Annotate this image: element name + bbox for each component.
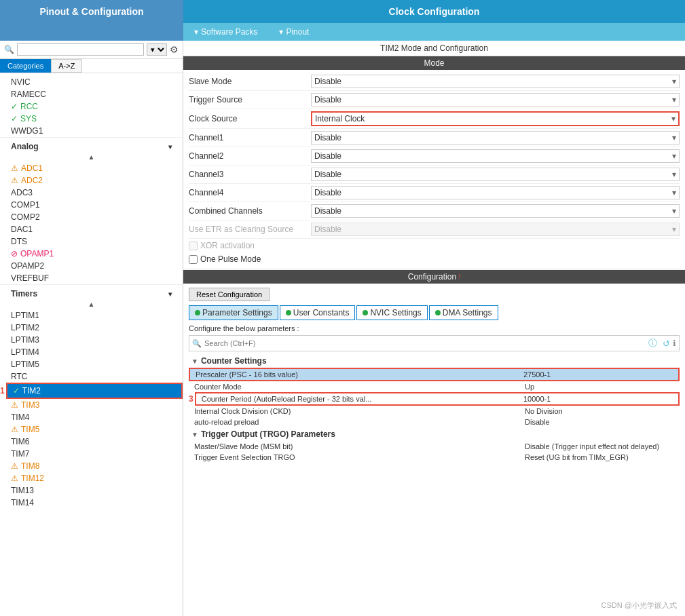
param-search-bar: 🔍 ⓘ ↺ ℹ — [189, 335, 680, 351]
etr-label: Use ETR as Clearing Source — [189, 225, 311, 234]
sidebar-item-tim8[interactable]: ⚠TIM8 — [0, 460, 183, 472]
param-row-counter-mode[interactable]: Counter Mode Up — [189, 381, 680, 392]
sidebar-tabs: Categories A->Z — [0, 59, 183, 73]
search-dropdown[interactable]: ▾ — [147, 43, 167, 56]
sidebar: 🔍 ▾ ⚙ Categories A->Z NVIC RAMECC ✓RCC ✓… — [0, 41, 183, 616]
sidebar-item-opamp1[interactable]: ⊘OPAMP1 — [0, 248, 183, 260]
sidebar-item-wwdg1[interactable]: WWDG1 — [0, 125, 183, 137]
search-icon: 🔍 — [192, 339, 202, 348]
config-tabs-row: Parameter Settings User Constants NVIC S… — [189, 305, 680, 320]
sidebar-item-tim6[interactable]: TIM6 — [0, 436, 183, 448]
counter-settings-header[interactable]: ▼ Counter Settings — [189, 354, 680, 368]
sidebar-item-rtc[interactable]: RTC — [0, 370, 183, 383]
sidebar-item-ramecc[interactable]: RAMECC — [0, 88, 183, 100]
sidebar-item-lptim3[interactable]: LPTIM3 — [0, 334, 183, 346]
pinout-config-title: Pinout & Configuration — [0, 0, 183, 23]
trigger-source-select[interactable]: Disable ▾ — [311, 93, 680, 107]
param-row-prescaler[interactable]: Prescaler (PSC - 16 bits value) 27500-1 — [189, 368, 680, 381]
reset-search-icon[interactable]: ↺ — [663, 339, 670, 349]
param-search-input[interactable] — [204, 339, 646, 347]
xor-checkbox[interactable] — [189, 242, 198, 250]
sidebar-item-vrefbuf[interactable]: VREFBUF — [0, 272, 183, 284]
reset-config-button[interactable]: Reset Configuration — [189, 288, 270, 301]
software-packs-btn[interactable]: ▾ Software Packs — [183, 23, 268, 41]
sidebar-item-tim14[interactable]: TIM14 — [0, 497, 183, 509]
trigger-output-header[interactable]: ▼ Trigger Output (TRGO) Parameters — [189, 427, 680, 441]
param-row-msm[interactable]: Master/Slave Mode (MSM bit) Disable (Tri… — [189, 441, 680, 452]
sidebar-item-tim5[interactable]: ⚠TIM5 — [0, 423, 183, 436]
sidebar-item-adc1[interactable]: ⚠ADC1 — [0, 162, 183, 174]
clock-source-select[interactable]: Internal Clock ▾ — [311, 111, 680, 126]
chevron-down-icon: ▾ — [672, 206, 676, 216]
param-row-counter-period[interactable]: Counter Period (AutoReload Register - 32… — [195, 392, 680, 406]
sidebar-item-tim2[interactable]: ✓ TIM2 — [6, 383, 183, 399]
sidebar-item-opamp2[interactable]: OPAMP2 — [0, 260, 183, 272]
sidebar-item-tim3[interactable]: ⚠TIM3 — [0, 399, 183, 411]
tab-az[interactable]: A->Z — [51, 59, 82, 73]
sidebar-item-comp1[interactable]: COMP1 — [0, 199, 183, 211]
mode-row-ch4: Channel4 Disable ▾ — [189, 184, 680, 202]
search-icon: 🔍 — [4, 45, 14, 54]
params-hint: Configure the below parameters : — [189, 324, 680, 332]
sidebar-item-comp2[interactable]: COMP2 — [0, 211, 183, 223]
sidebar-item-adc2[interactable]: ⚠ADC2 — [0, 174, 183, 187]
mode-row-clock: 2 Clock Source Internal Clock ▾ — [189, 109, 680, 129]
scroll-up-icon[interactable]: ▲ — [88, 154, 95, 161]
one-pulse-checkbox[interactable] — [189, 255, 198, 264]
param-row-ckd[interactable]: Internal Clock Division (CKD) No Divisio… — [189, 406, 680, 417]
slave-mode-select[interactable]: Disable ▾ — [311, 75, 680, 88]
scroll-up-icon[interactable]: ▲ — [88, 301, 95, 308]
combined-channels-select[interactable]: Disable ▾ — [311, 204, 680, 218]
param-row-autoreload[interactable]: auto-reload preload Disable — [189, 417, 680, 427]
sidebar-item-adc3[interactable]: ADC3 — [0, 187, 183, 199]
sidebar-item-dts[interactable]: DTS — [0, 235, 183, 248]
timers-section-header[interactable]: Timers ▾ — [0, 284, 183, 300]
channel4-select[interactable]: Disable ▾ — [311, 186, 680, 199]
param-row-trgo[interactable]: Trigger Event Selection TRGO Reset (UG b… — [189, 452, 680, 463]
info-icon[interactable]: ℹ — [673, 339, 676, 348]
gear-icon[interactable]: ⚙ — [170, 44, 179, 55]
mode-row-trigger: Trigger Source Disable ▾ — [189, 91, 680, 109]
channel1-select[interactable]: Disable ▾ — [311, 131, 680, 145]
number-3-badge: 3 — [189, 394, 193, 404]
dot-icon — [286, 310, 291, 315]
triangle-down-icon: ▼ — [191, 358, 198, 365]
analog-section-header[interactable]: Analog ▾ — [0, 137, 183, 153]
tab-user-constants[interactable]: User Constants — [280, 305, 356, 320]
sidebar-item-dac1[interactable]: DAC1 — [0, 223, 183, 235]
mode-row-ch2: Channel2 Disable ▾ — [189, 147, 680, 166]
sidebar-item-lptim2[interactable]: LPTIM2 — [0, 322, 183, 334]
config-header: Configuration ! — [183, 270, 685, 284]
channel3-label: Channel3 — [189, 170, 311, 179]
sidebar-item-rcc[interactable]: ✓RCC — [0, 100, 183, 113]
sidebar-item-tim12[interactable]: ⚠TIM12 — [0, 472, 183, 484]
chevron-down-icon: ▾ — [671, 114, 675, 123]
tab-nvic-settings[interactable]: NVIC Settings — [356, 305, 427, 320]
sidebar-item-lptim4[interactable]: LPTIM4 — [0, 346, 183, 358]
xor-label: XOR activation — [200, 241, 255, 250]
sidebar-item-sys[interactable]: ✓SYS — [0, 113, 183, 125]
search-input[interactable] — [17, 43, 144, 56]
mode-row-slave: Slave Mode Disable ▾ — [189, 73, 680, 91]
etr-select: Disable ▾ — [311, 223, 680, 236]
sidebar-item-tim7[interactable]: TIM7 — [0, 448, 183, 460]
sidebar-item-nvic[interactable]: NVIC — [0, 76, 183, 88]
mode-rows: Slave Mode Disable ▾ Trigger Source Disa… — [183, 70, 685, 269]
tab-parameter-settings[interactable]: Parameter Settings — [189, 305, 278, 320]
sidebar-item-lptim5[interactable]: LPTIM5 — [0, 358, 183, 370]
mode-section: Mode Slave Mode Disable ▾ Trigger Source — [183, 56, 685, 269]
sidebar-item-tim13[interactable]: TIM13 — [0, 484, 183, 497]
combined-channels-label: Combined Channels — [189, 206, 311, 216]
sidebar-item-tim4[interactable]: TIM4 — [0, 411, 183, 423]
pinout-btn[interactable]: ▾ Pinout — [268, 23, 320, 41]
chevron-down-icon: ▾ — [168, 143, 172, 151]
channel2-select[interactable]: Disable ▾ — [311, 149, 680, 163]
dot-icon — [363, 310, 368, 315]
dot-icon — [435, 310, 441, 315]
tab-dma-settings[interactable]: DMA Settings — [429, 305, 498, 320]
info-circle-icon[interactable]: ⓘ — [648, 337, 657, 349]
channel3-select[interactable]: Disable ▾ — [311, 168, 680, 181]
config-section: Configuration ! Reset Configuration Para… — [183, 270, 685, 616]
tab-categories[interactable]: Categories — [0, 59, 51, 73]
sidebar-item-lptim1[interactable]: LPTIM1 — [0, 309, 183, 322]
